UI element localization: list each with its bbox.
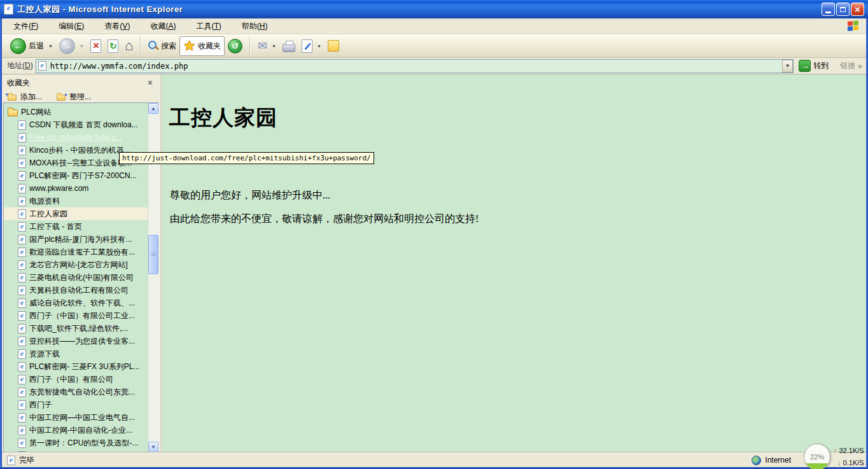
favorite-item[interactable]: 亚控科技——为您提供专业客...: [4, 335, 148, 347]
favorite-item[interactable]: 西门子（中国）有限公司: [4, 373, 148, 386]
ie-page-icon: [18, 133, 26, 143]
ie-page-icon: [18, 273, 26, 283]
ie-page-icon: [18, 146, 26, 155]
address-combo[interactable]: ▼: [36, 59, 794, 73]
favorite-label: 西门子（中国）有限公司工业...: [29, 309, 135, 322]
favorite-item[interactable]: 西门子: [4, 398, 148, 411]
favorite-item[interactable]: 下载吧_软件下载,绿色软件,...: [4, 322, 148, 335]
favorites-button[interactable]: ★ 收藏夹: [179, 36, 225, 56]
go-button[interactable]: → 转到: [794, 60, 834, 72]
history-button[interactable]: ↺: [225, 38, 246, 55]
download-arrow-icon: ↓: [837, 457, 841, 469]
organize-favorites-button[interactable]: 整理...: [56, 92, 91, 102]
ie-page-icon: [18, 337, 26, 346]
network-speed-widget[interactable]: 22% ↑ 32.1K/S ↓ 0.1K/S: [804, 444, 867, 469]
address-input[interactable]: [49, 61, 783, 71]
ie-page-icon: [18, 388, 26, 397]
favorite-item[interactable]: PLC解密网- 西门子S7-200CN...: [4, 169, 148, 182]
links-chevron-icon[interactable]: »: [858, 62, 862, 71]
page-content: 工控人家园 尊敬的用户您好，网站维护升级中... 由此给您带来的不便宜，敬请谅解…: [162, 74, 866, 452]
favorite-item[interactable]: 歡迎蒞臨台達電子工業股份有...: [4, 246, 148, 258]
menu-bar-items: 文件(F)编辑(E)查看(V)收藏(A)工具(T)帮助(H): [6, 19, 280, 34]
maximize-icon: [840, 7, 846, 12]
back-button[interactable]: ← 后退 ▼: [7, 37, 56, 55]
favorite-item[interactable]: 中国工控网—中国工业电气自...: [4, 411, 148, 424]
refresh-button[interactable]: [104, 38, 122, 54]
menu-e[interactable]: 编辑(E): [51, 19, 92, 34]
address-label: 地址(D): [7, 60, 33, 71]
favorite-label: 歡迎蒞臨台達電子工業股份有...: [29, 246, 135, 258]
favorite-item[interactable]: www.pkware.com: [4, 182, 148, 195]
favorite-item[interactable]: 威论自动化软件、软件下载、...: [4, 297, 148, 309]
history-icon: ↺: [228, 39, 242, 53]
page-title: 工控人家园: [169, 104, 277, 132]
mail-dropdown-icon[interactable]: ▼: [272, 44, 276, 48]
favorite-item[interactable]: Free plc mitsubishi fx3u p...: [4, 131, 148, 144]
ie-page-icon: [18, 400, 26, 410]
favorite-label: 西门子: [29, 398, 52, 411]
mail-icon: ✉: [258, 40, 267, 52]
scrollbar-thumb[interactable]: [148, 235, 158, 274]
ie-page-icon: [18, 438, 26, 448]
favorites-folder[interactable]: PLC网站: [4, 106, 148, 118]
menu-v[interactable]: 查看(V): [97, 19, 137, 34]
favorite-item[interactable]: 国产plc精品-厦门海为科技有...: [4, 233, 148, 246]
page-paragraph: 尊敬的用户您好，网站维护升级中...: [170, 189, 330, 202]
favorite-item[interactable]: 工控下载 - 首页: [4, 220, 148, 233]
favorite-item[interactable]: 电源资料: [4, 195, 148, 207]
status-page-icon: [7, 456, 15, 465]
favorite-item[interactable]: 天翼科技自动化工程有限公司: [4, 284, 148, 297]
window-border: [0, 18, 2, 469]
favorite-label: PLC解密网- 西门子S7-200CN...: [29, 169, 137, 182]
stop-icon: [90, 39, 101, 53]
mail-button[interactable]: ✉ ▼: [255, 39, 279, 53]
favorite-item[interactable]: 西门子（中国）有限公司工业...: [4, 309, 148, 322]
favorites-close-icon[interactable]: ×: [146, 79, 154, 87]
messenger-button[interactable]: [325, 39, 342, 53]
scroll-up-button[interactable]: ▲: [148, 103, 158, 114]
menu-bar: 文件(F)编辑(E)查看(V)收藏(A)工具(T)帮助(H): [2, 18, 866, 34]
search-button[interactable]: 搜索: [145, 39, 179, 53]
add-favorite-button[interactable]: 添加...: [7, 92, 42, 102]
menu-h[interactable]: 帮助(H): [234, 19, 276, 34]
ie-page-icon: [18, 248, 26, 257]
favorite-item[interactable]: 工控人家园: [4, 207, 148, 220]
address-bar: 地址(D) ▼ → 转到 链接 »: [2, 58, 866, 74]
status-text: 完毕: [19, 455, 34, 466]
favorite-item[interactable]: 第一课时：CPU的型号及选型-...: [4, 437, 148, 449]
favorite-label: CSDN 下载频道 首页 downloa...: [29, 118, 138, 131]
favorite-item[interactable]: 东莞智捷电气自动化公司东莞...: [4, 386, 148, 398]
favorite-item[interactable]: 三菱电机自动化(中国)有限公司: [4, 271, 148, 284]
favorite-label: Kinco步科 - 中国领先的机器...: [29, 144, 130, 157]
edit-button[interactable]: ▼: [298, 38, 325, 54]
favorite-item[interactable]: 中国工控网-中国自动化-企业...: [4, 424, 148, 437]
favorite-label: 亚控科技——为您提供专业客...: [29, 335, 135, 347]
scroll-down-button[interactable]: ▼: [148, 442, 158, 452]
menu-f[interactable]: 文件(F): [6, 19, 46, 34]
favorite-label: 中国工控网—中国工业电气自...: [29, 411, 135, 424]
forward-dropdown-icon[interactable]: ▼: [80, 44, 84, 48]
print-button[interactable]: [279, 39, 298, 53]
home-button[interactable]: ⌂: [122, 38, 136, 53]
window-controls: ×: [822, 3, 864, 16]
minimize-button[interactable]: [822, 3, 835, 16]
maximize-button[interactable]: [836, 3, 850, 16]
messenger-icon: [328, 40, 339, 52]
menu-t[interactable]: 工具(T): [188, 19, 228, 34]
favorite-item[interactable]: CSDN 下载频道 首页 downloa...: [4, 118, 148, 131]
forward-button[interactable]: → ▼: [56, 37, 87, 55]
favorite-item[interactable]: 资源下载: [4, 347, 148, 360]
stop-button[interactable]: [87, 38, 104, 54]
ie-page-icon: [18, 362, 26, 372]
menu-a[interactable]: 收藏(A): [143, 19, 183, 34]
favorite-label: 国产plc精品-厦门海为科技有...: [29, 233, 132, 246]
security-zone: Internet: [752, 456, 791, 465]
favorite-item[interactable]: 龙芯官方网站-[龙芯官方网站]: [4, 258, 148, 271]
close-button[interactable]: ×: [851, 3, 864, 16]
edit-dropdown-icon[interactable]: ▼: [317, 44, 321, 48]
back-dropdown-icon[interactable]: ▼: [48, 44, 53, 48]
go-arrow-icon: →: [799, 60, 811, 72]
favorite-item[interactable]: PLC解密网- 三菱FX 3U系列PL...: [4, 360, 148, 373]
links-label[interactable]: 链接: [840, 60, 855, 71]
address-dropdown-button[interactable]: ▼: [782, 60, 793, 73]
